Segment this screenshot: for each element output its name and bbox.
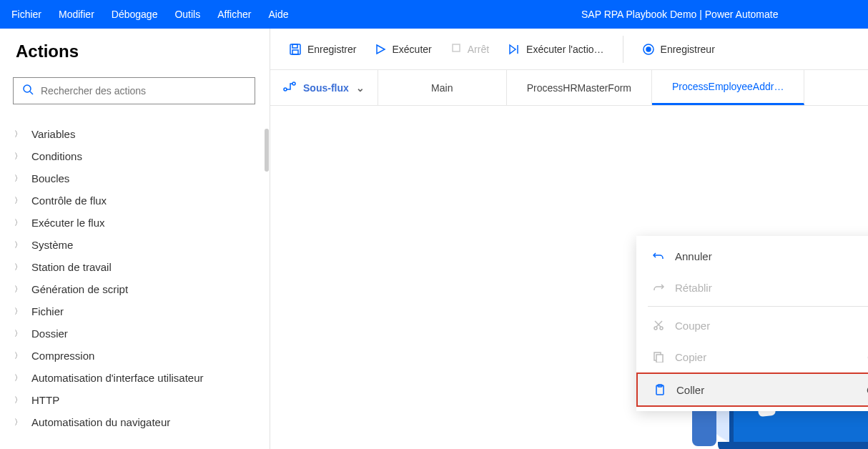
svg-rect-2 (290, 44, 300, 54)
context-paste[interactable]: Coller Ctrl+V (636, 372, 868, 407)
svg-point-13 (654, 327, 657, 330)
save-icon (289, 43, 302, 56)
category-label: Compression (31, 350, 94, 362)
cm-label: Couper (675, 320, 710, 332)
category-list: 〉Variables 〉Conditions 〉Boucles 〉Contrôl… (13, 123, 255, 433)
svg-marker-5 (377, 45, 385, 54)
category-label: Contrôle de flux (31, 194, 107, 207)
category-label: Variables (31, 128, 75, 140)
cm-label: Annuler (675, 250, 712, 262)
actions-panel: Actions 〉Variables 〉Conditions 〉Boucles … (0, 29, 270, 449)
chevron-right-icon: 〉 (14, 328, 21, 339)
category-item[interactable]: 〉Variables (13, 123, 255, 145)
undo-icon (652, 250, 665, 262)
tab-main[interactable]: Main (378, 70, 507, 105)
search-actions[interactable] (13, 77, 255, 104)
toolbar-divider (623, 36, 623, 63)
context-redo[interactable]: Rétablir Ctrl+Y (636, 272, 868, 303)
chevron-right-icon: 〉 (14, 240, 21, 250)
recorder-button[interactable]: Enregistreur (636, 39, 721, 60)
run-label: Exécuter (392, 44, 431, 55)
menu-file[interactable]: Fichier (11, 9, 41, 20)
context-copy[interactable]: Copier Ctrl+C (636, 341, 868, 372)
svg-line-1 (30, 92, 33, 94)
category-label: Conditions (31, 150, 82, 162)
svg-rect-6 (453, 44, 460, 51)
context-menu: Annuler Ctrl+Z Rétablir Ctrl+Y Couper Ct… (636, 236, 868, 411)
category-item[interactable]: 〉Génération de script (13, 278, 255, 300)
play-icon (375, 44, 386, 55)
run-button[interactable]: Exécuter (369, 39, 437, 59)
chevron-right-icon: 〉 (14, 173, 21, 184)
save-button[interactable]: Enregistrer (283, 39, 362, 60)
category-label: HTTP (31, 394, 59, 406)
tab-label: Main (431, 82, 453, 94)
window-title: SAP RPA Playbook Demo | Power Automate (581, 9, 778, 20)
menu-edit[interactable]: Modifier (59, 9, 94, 20)
subflow-dropdown[interactable]: Sous-flux ⌄ (270, 70, 378, 105)
subflow-bar: Sous-flux ⌄ Main ProcessHRMasterForm Pro… (270, 70, 868, 106)
category-item[interactable]: 〉HTTP (13, 389, 255, 411)
subflow-label: Sous-flux (303, 82, 349, 94)
context-cut[interactable]: Couper Ctrl+X (636, 310, 868, 341)
subflow-icon (283, 82, 296, 94)
chevron-right-icon: 〉 (14, 395, 21, 405)
menu-tools[interactable]: Outils (174, 9, 200, 20)
category-item[interactable]: 〉Boucles (13, 167, 255, 189)
chevron-right-icon: 〉 (14, 372, 21, 383)
svg-point-10 (646, 47, 651, 51)
category-item[interactable]: 〉Compression (13, 345, 255, 367)
scrollbar-thumb[interactable] (265, 129, 269, 172)
copy-icon (652, 351, 665, 362)
tab-process-hr[interactable]: ProcessHRMasterForm (507, 70, 652, 105)
tab-label: ProcessHRMasterForm (527, 82, 631, 94)
stop-button[interactable]: Arrêt (445, 38, 495, 60)
category-item[interactable]: 〉Station de travail (13, 256, 255, 278)
menu-debug[interactable]: Débogage (112, 9, 158, 20)
category-item[interactable]: 〉Dossier (13, 322, 255, 345)
cm-label: Coller (676, 384, 704, 396)
save-label: Enregistrer (307, 44, 356, 55)
chevron-right-icon: 〉 (14, 350, 21, 361)
category-label: Exécuter le flux (31, 217, 105, 229)
play-step-icon (508, 44, 521, 55)
category-label: Génération de script (31, 283, 128, 295)
tab-label: ProcessEmployeeAddr… (672, 81, 784, 92)
svg-rect-18 (656, 355, 663, 362)
svg-rect-3 (292, 44, 297, 48)
chevron-right-icon: 〉 (14, 306, 21, 317)
search-input[interactable] (41, 85, 246, 97)
chevron-down-icon: ⌄ (356, 82, 365, 94)
chevron-right-icon: 〉 (14, 195, 21, 206)
category-item[interactable]: 〉Contrôle de flux (13, 189, 255, 212)
category-label: Dossier (31, 327, 68, 340)
cm-label: Rétablir (675, 282, 712, 294)
chevron-right-icon: 〉 (14, 217, 21, 228)
svg-point-12 (292, 82, 295, 85)
editor-toolbar: Enregistrer Exécuter Arrêt Exécuter l'ac… (270, 29, 868, 70)
tab-process-employee[interactable]: ProcessEmployeeAddr… (652, 70, 804, 105)
category-item[interactable]: 〉Système (13, 234, 255, 256)
category-label: Fichier (31, 305, 64, 317)
category-item[interactable]: 〉Conditions (13, 145, 255, 167)
menu-view[interactable]: Afficher (217, 9, 251, 20)
title-bar: Fichier Modifier Débogage Outils Affiche… (0, 0, 868, 29)
chevron-right-icon: 〉 (14, 151, 21, 162)
redo-icon (652, 282, 665, 293)
category-label: Automatisation d'interface utilisateur (31, 372, 204, 384)
chevron-right-icon: 〉 (14, 417, 21, 428)
paste-icon (654, 384, 666, 395)
context-separator (648, 306, 868, 307)
menu-help[interactable]: Aide (268, 9, 288, 20)
category-item[interactable]: 〉Fichier (13, 300, 255, 322)
run-action-button[interactable]: Exécuter l'actio… (502, 39, 610, 59)
stop-label: Arrêt (468, 44, 489, 55)
run-action-label: Exécuter l'actio… (526, 44, 604, 55)
chevron-right-icon: 〉 (14, 129, 21, 139)
category-item[interactable]: 〉Automatisation du navigateur (13, 411, 255, 433)
category-item[interactable]: 〉Exécuter le flux (13, 212, 255, 234)
cut-icon (652, 320, 665, 331)
category-item[interactable]: 〉Automatisation d'interface utilisateur (13, 367, 255, 389)
category-label: Station de travail (31, 261, 112, 273)
context-undo[interactable]: Annuler Ctrl+Z (636, 240, 868, 272)
